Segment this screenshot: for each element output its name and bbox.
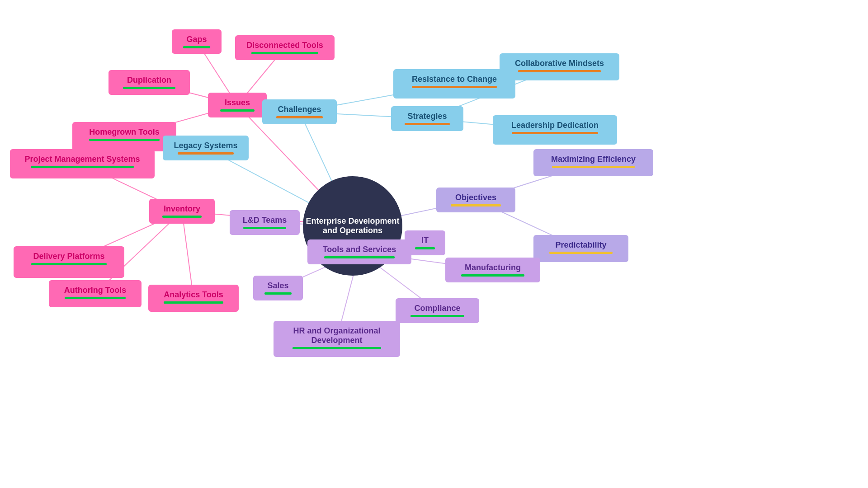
node-label-collaborative: Collaborative Mindsets: [515, 59, 604, 68]
node-underline-maximizing: [552, 166, 635, 168]
node-underline-authoring: [65, 297, 126, 299]
node-label-duplication: Duplication: [127, 75, 171, 85]
node-underline-ld_teams: [243, 227, 286, 229]
node-label-strategies: Strategies: [407, 112, 447, 121]
node-homegrown[interactable]: Homegrown Tools: [72, 122, 176, 151]
node-resistance[interactable]: Resistance to Change: [393, 69, 515, 99]
node-sales[interactable]: Sales: [253, 276, 303, 300]
node-label-ld_teams: L&D Teams: [243, 216, 287, 225]
node-strategies[interactable]: Strategies: [391, 106, 463, 131]
node-issues[interactable]: Issues: [208, 93, 267, 117]
node-label-sales: Sales: [267, 281, 288, 291]
node-disconnected[interactable]: Disconnected Tools: [235, 35, 335, 60]
node-underline-duplication: [123, 87, 175, 89]
node-ld_teams[interactable]: L&D Teams: [230, 210, 300, 235]
node-label-analytics: Analytics Tools: [164, 290, 223, 300]
node-underline-predictability: [549, 252, 612, 254]
node-label-maximizing: Maximizing Efficiency: [551, 155, 636, 164]
node-predictability[interactable]: Predictability: [533, 235, 628, 262]
node-hr[interactable]: HR and OrganizationalDevelopment: [274, 321, 400, 357]
node-legacy[interactable]: Legacy Systems: [163, 136, 249, 160]
node-underline-project_mgmt: [31, 166, 133, 168]
node-underline-homegrown: [89, 139, 159, 141]
node-duplication[interactable]: Duplication: [108, 70, 190, 95]
node-label-project_mgmt: Project Management Systems: [24, 155, 140, 164]
mind-map: Enterprise Development and Operations Is…: [0, 0, 868, 488]
node-label-it: IT: [421, 236, 429, 245]
node-underline-objectives: [451, 204, 501, 206]
node-underline-disconnected: [251, 52, 318, 54]
node-underline-tools_services: [324, 256, 394, 258]
node-leadership[interactable]: Leadership Dedication: [493, 115, 617, 145]
node-challenges[interactable]: Challenges: [262, 99, 337, 124]
node-label-resistance: Resistance to Change: [412, 75, 497, 84]
node-underline-legacy: [178, 152, 233, 155]
node-underline-resistance: [412, 86, 496, 88]
node-delivery[interactable]: Delivery Platforms: [14, 246, 124, 278]
node-manufacturing[interactable]: Manufacturing: [445, 258, 540, 282]
node-label-compliance: Compliance: [414, 304, 460, 313]
node-underline-it: [415, 247, 434, 249]
node-underline-issues: [220, 109, 254, 112]
node-underline-challenges: [276, 116, 323, 118]
node-tools_services[interactable]: Tools and Services: [307, 239, 411, 264]
node-underline-inventory: [162, 216, 202, 218]
center-label: Enterprise Development and Operations: [303, 216, 402, 235]
node-maximizing[interactable]: Maximizing Efficiency: [533, 149, 653, 176]
node-label-objectives: Objectives: [455, 193, 496, 202]
node-underline-collaborative: [518, 70, 601, 72]
node-label-challenges: Challenges: [278, 105, 321, 114]
node-underline-delivery: [31, 263, 107, 265]
node-underline-analytics: [164, 301, 223, 304]
node-it[interactable]: IT: [405, 230, 445, 255]
node-objectives[interactable]: Objectives: [436, 188, 515, 212]
node-inventory[interactable]: Inventory: [149, 199, 215, 224]
node-label-manufacturing: Manufacturing: [465, 263, 521, 272]
node-label-legacy: Legacy Systems: [174, 141, 237, 150]
node-label-leadership: Leadership Dedication: [511, 121, 599, 130]
node-label-inventory: Inventory: [164, 204, 200, 214]
node-underline-manufacturing: [461, 274, 524, 277]
node-project_mgmt[interactable]: Project Management Systems: [10, 149, 155, 178]
node-collaborative[interactable]: Collaborative Mindsets: [500, 53, 619, 80]
node-label-tools_services: Tools and Services: [323, 245, 396, 254]
node-authoring[interactable]: Authoring Tools: [49, 280, 142, 307]
node-compliance[interactable]: Compliance: [396, 298, 479, 323]
node-label-hr: HR and OrganizationalDevelopment: [293, 326, 380, 345]
node-underline-strategies: [405, 123, 449, 125]
node-label-issues: Issues: [225, 98, 250, 108]
node-label-delivery: Delivery Platforms: [33, 252, 104, 261]
node-label-disconnected: Disconnected Tools: [246, 41, 323, 50]
node-label-gaps: Gaps: [186, 35, 207, 44]
node-gaps[interactable]: Gaps: [172, 29, 222, 54]
node-underline-hr: [292, 347, 381, 349]
node-underline-leadership: [512, 132, 598, 134]
node-analytics[interactable]: Analytics Tools: [148, 285, 239, 312]
node-label-predictability: Predictability: [555, 240, 606, 250]
node-underline-compliance: [410, 315, 464, 317]
node-label-homegrown: Homegrown Tools: [89, 127, 160, 137]
node-underline-gaps: [183, 46, 210, 48]
node-label-authoring: Authoring Tools: [64, 286, 127, 295]
node-underline-sales: [264, 292, 291, 295]
